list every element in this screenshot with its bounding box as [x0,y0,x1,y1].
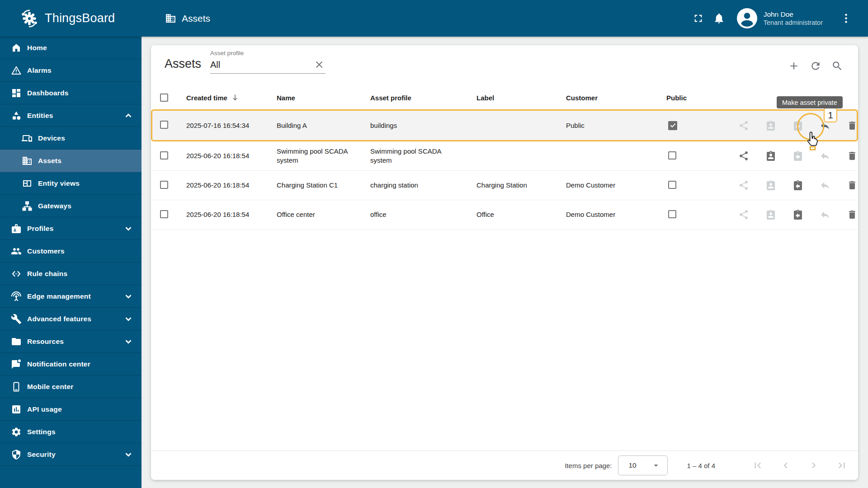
first-page-button[interactable] [748,455,768,475]
chevron-down-icon [123,291,133,301]
assign-to-customer-button[interactable] [762,147,780,165]
column-header-label[interactable]: Label [476,94,566,102]
share-button[interactable] [735,206,753,224]
assign-customer-icon [765,150,776,161]
add-asset-button[interactable] [783,55,805,77]
next-page-button[interactable] [804,455,824,475]
sidebar-item-profiles[interactable]: Profiles [0,217,142,240]
page-breadcrumb-label: Assets [182,13,210,24]
sidebar-item-customers[interactable]: Customers [0,240,142,263]
make-private-icon [820,209,830,220]
unassign-from-customer-button[interactable] [789,147,807,165]
app-logo[interactable]: ThingsBoard [0,7,142,30]
row-checkbox[interactable] [160,210,168,218]
column-header-customer[interactable]: Customer [566,94,666,102]
table-row-charging-station[interactable]: 2025-06-20 16:18:54 Charging Station C1 … [151,171,858,200]
delete-icon [847,120,858,131]
unassign-from-customer-button[interactable] [789,206,807,224]
refresh-button[interactable] [805,55,826,77]
sidebar-item-assets[interactable]: Assets [0,150,142,172]
thingsboard-logo-icon [18,7,41,30]
search-icon [831,60,843,72]
items-per-page-select[interactable]: 10 [618,455,668,475]
user-info[interactable]: John Doe Tenant administrator [764,10,823,27]
delete-asset-button[interactable] [843,176,861,194]
view-grid-icon [22,178,33,189]
delete-asset-button[interactable] [843,147,861,165]
notifications-button[interactable] [709,8,730,29]
cell-created-time: 2025-06-20 16:18:54 [186,210,277,219]
unassign-from-customer-button[interactable] [789,176,807,194]
sidebar-item-alarms[interactable]: Alarms [0,59,142,82]
share-button[interactable] [735,147,753,165]
sidebar-item-devices[interactable]: Devices [0,127,142,150]
last-page-button[interactable] [832,455,852,475]
filter-value[interactable]: All [210,60,220,70]
row-checkbox[interactable] [160,121,168,129]
sidebar-item-dashboards[interactable]: Dashboards [0,82,142,104]
sidebar-item-settings[interactable]: Settings [0,421,142,443]
more-menu-button[interactable] [835,8,856,29]
last-page-icon [836,460,848,471]
row-checkbox[interactable] [160,181,168,189]
column-header-public[interactable]: Public [666,94,726,102]
table-row-building-a[interactable]: 2025-07-16 16:54:34 Building A buildings… [151,109,858,141]
public-checkbox[interactable] [668,210,676,218]
warning-icon [11,65,22,76]
sidebar-item-mobile-center[interactable]: Mobile center [0,375,142,398]
sidebar-item-rule-chains[interactable]: Rule chains [0,263,142,285]
table-row-swimming-pool[interactable]: 2025-06-20 16:18:54 Swimming pool SCADA … [151,141,858,171]
column-header-name[interactable]: Name [277,94,370,102]
sidebar-item-advanced-features[interactable]: Advanced features [0,308,142,330]
sidebar-item-home[interactable]: Home [0,37,142,59]
assign-to-customer-button[interactable] [762,176,780,194]
avatar[interactable] [737,8,757,28]
asset-profile-filter[interactable]: Asset profile All [210,50,326,74]
public-checkbox-checked[interactable] [668,121,677,130]
public-checkbox[interactable] [668,181,676,189]
chevron-down-icon [123,450,133,460]
fullscreen-icon [692,12,704,24]
assign-to-customer-button[interactable] [762,206,780,224]
sidebar-item-api-usage[interactable]: API usage [0,398,142,421]
cell-name: Swimming pool SCADA system [277,147,370,165]
assign-to-customer-button[interactable] [762,117,780,135]
add-icon [788,60,800,72]
table-row-office-center[interactable]: 2025-06-20 16:18:54 Office center office… [151,200,858,230]
sidebar-item-entities[interactable]: Entities [0,104,142,127]
public-checkbox[interactable] [668,151,676,160]
sidebar: Home Alarms Dashboards Entities Devices … [0,37,142,488]
chevron-down-icon [123,337,133,347]
share-button[interactable] [735,117,753,135]
make-asset-private-button[interactable] [816,206,834,224]
cell-name: Charging Station C1 [277,181,370,190]
assign-customer-icon [765,180,776,191]
sidebar-item-edge-management[interactable]: Edge management [0,285,142,308]
brand-name: ThingsBoard [45,11,115,25]
assign-customer-icon [765,120,776,131]
share-button[interactable] [735,176,753,194]
delete-asset-button[interactable] [843,206,861,224]
cell-asset-profile: charging station [370,181,476,190]
sidebar-item-gateways[interactable]: Gateways [0,195,142,217]
make-asset-private-button[interactable] [816,176,834,194]
fullscreen-button[interactable] [688,8,709,29]
column-header-asset-profile[interactable]: Asset profile [370,94,476,102]
clear-filter-icon[interactable] [314,59,325,70]
select-all-checkbox[interactable] [160,94,168,102]
prev-page-button[interactable] [776,455,796,475]
user-name: John Doe [764,10,823,19]
cell-created-time: 2025-06-20 16:18:54 [186,181,277,190]
sidebar-item-resources[interactable]: Resources [0,330,142,353]
sidebar-item-notification-center[interactable]: Notification center [0,353,142,375]
row-checkbox[interactable] [160,151,168,160]
sidebar-item-security[interactable]: Security [0,443,142,466]
cell-customer: Public [566,121,666,130]
search-button[interactable] [826,55,848,77]
building-icon [165,13,176,24]
user-role: Tenant administrator [764,19,823,27]
hand-cursor-icon [805,131,821,151]
sidebar-item-entity-views[interactable]: Entity views [0,172,142,195]
column-header-created-time[interactable]: Created time [186,94,277,102]
delete-asset-button[interactable] [843,117,861,135]
